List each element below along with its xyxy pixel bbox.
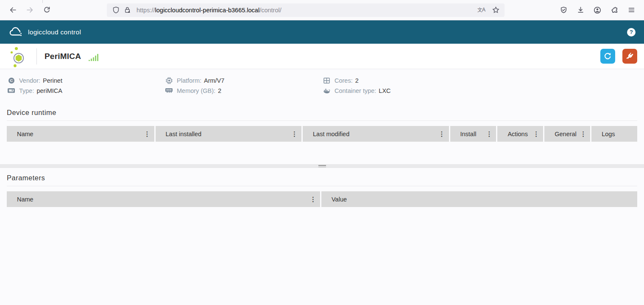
cores-grid-icon (323, 77, 330, 84)
reload-button[interactable] (39, 3, 54, 17)
memory-icon (165, 87, 173, 95)
info-memory: Memory (GB): 2 (164, 86, 322, 96)
bookmark-star-icon[interactable] (492, 6, 499, 14)
svg-text:C: C (10, 78, 13, 83)
column-menu-icon[interactable]: ⋮ (309, 196, 317, 202)
runtime-col-last-modified[interactable]: Last modified ⋮ (303, 126, 449, 142)
info-vendor: C Vendor: Perinet (7, 76, 164, 86)
extensions-puzzle-icon[interactable] (607, 3, 622, 17)
browser-toolbar: https://logiccloudcontrol-perimica-b3665… (0, 0, 644, 20)
cloud-logo-icon (8, 27, 23, 38)
protections-shield-icon[interactable] (556, 3, 571, 17)
column-label: Actions (507, 131, 532, 137)
column-label: Logs (602, 131, 634, 137)
pane-splitter (0, 164, 644, 168)
app-header-bar: logiccloud control ? (0, 20, 644, 44)
address-bar[interactable]: https://logiccloudcontrol-perimica-b3665… (107, 3, 505, 17)
runtime-table-header: Name ⋮ Last installed ⋮ Last modified ⋮ … (7, 126, 637, 142)
parameters-heading: Parameters (7, 174, 637, 182)
menu-hamburger-icon[interactable] (624, 3, 638, 17)
info-container-type: Container type: LXC (322, 86, 391, 96)
url-text: https://logiccloudcontrol-perimica-b3665… (137, 7, 477, 14)
info-cores: Cores: 2 (322, 76, 391, 86)
info-column-3: Cores: 2 Container type: LXC (322, 76, 391, 96)
column-label: Name (17, 131, 143, 137)
disconnect-button[interactable] (622, 49, 637, 64)
column-label: Value (332, 196, 634, 203)
runtime-table-body-empty (7, 142, 637, 164)
account-icon[interactable] (590, 3, 605, 17)
parameters-col-value[interactable]: Value (321, 191, 637, 207)
parameters-col-name[interactable]: Name ⋮ (7, 191, 320, 207)
info-platform: Platform: Arm/V7 (164, 76, 322, 86)
device-header: PeriMICA (0, 44, 644, 69)
tab-edge (42, 0, 43, 3)
runtime-col-actions[interactable]: Actions ⋮ (497, 126, 543, 142)
column-menu-icon[interactable]: ⋮ (290, 131, 298, 137)
perinet-logo (7, 45, 31, 68)
info-value: 2 (355, 77, 359, 84)
runtime-col-logs[interactable]: Logs (591, 126, 637, 142)
device-title: PeriMICA (45, 52, 81, 61)
info-value: Arm/V7 (204, 77, 224, 84)
info-value: 2 (218, 87, 221, 94)
info-label: Platform: (177, 77, 201, 84)
runtime-col-general[interactable]: General ⋮ (544, 126, 590, 142)
runtime-col-name[interactable]: Name ⋮ (7, 126, 154, 142)
info-column-1: C Vendor: Perinet Type: periMICA (7, 76, 164, 96)
column-label: Install (460, 131, 485, 137)
parameters-table-header: Name ⋮ Value (7, 191, 637, 207)
column-menu-icon[interactable]: ⋮ (485, 131, 493, 137)
info-label: Memory (GB): (177, 87, 215, 94)
runtime-col-install[interactable]: Install ⋮ (450, 126, 496, 142)
section-rule (7, 120, 637, 121)
copyright-icon: C (8, 77, 15, 84)
section-rule (7, 186, 637, 186)
column-label: Last modified (313, 131, 438, 137)
info-value: Perinet (43, 77, 62, 84)
info-label: Container type: (335, 87, 376, 94)
column-menu-icon[interactable]: ⋮ (532, 131, 540, 137)
help-icon: ? (630, 29, 633, 35)
back-button[interactable] (6, 3, 20, 17)
url-scheme: https:// (137, 7, 155, 14)
column-menu-icon[interactable]: ⋮ (579, 131, 587, 137)
unplug-icon (626, 52, 634, 60)
translate-icon[interactable]: 文A (477, 6, 485, 14)
column-label: Name (17, 196, 309, 203)
info-value: LXC (379, 87, 390, 94)
app-title: logiccloud control (28, 28, 81, 36)
back-arrow-icon (9, 6, 17, 14)
info-type: Type: periMICA (7, 86, 164, 96)
device-info-panel: C Vendor: Perinet Type: periMICA (7, 69, 637, 96)
downloads-icon[interactable] (573, 3, 588, 17)
info-label: Cores: (335, 77, 353, 84)
info-label: Vendor: (19, 77, 40, 84)
chip-icon (165, 77, 173, 84)
reload-icon (43, 6, 50, 14)
forward-arrow-icon (26, 6, 33, 14)
refresh-icon (604, 52, 612, 60)
header-divider (36, 48, 37, 64)
forward-button[interactable] (22, 3, 37, 17)
runtime-col-last-installed[interactable]: Last installed ⋮ (156, 126, 302, 142)
device-runtime-heading: Device runtime (7, 109, 637, 117)
help-button[interactable]: ? (627, 28, 636, 36)
info-column-2: Platform: Arm/V7 Memory (GB): 2 (164, 76, 322, 96)
column-label: Last installed (166, 131, 291, 137)
signal-strength-icon (89, 53, 99, 62)
info-value: periMICA (36, 87, 62, 94)
device-icon (8, 87, 15, 95)
lock-warning-icon[interactable] (123, 6, 131, 14)
splitter-drag-handle[interactable] (318, 165, 326, 167)
column-menu-icon[interactable]: ⋮ (438, 131, 446, 137)
shield-icon[interactable] (112, 6, 120, 14)
container-whale-icon (323, 87, 330, 95)
column-menu-icon[interactable]: ⋮ (143, 131, 151, 137)
column-label: General (555, 131, 579, 137)
refresh-button[interactable] (600, 49, 615, 64)
url-host: logiccloudcontrol-perimica-b3665.local (155, 7, 260, 14)
info-label: Type: (19, 87, 34, 94)
url-path: /control/ (259, 7, 282, 14)
